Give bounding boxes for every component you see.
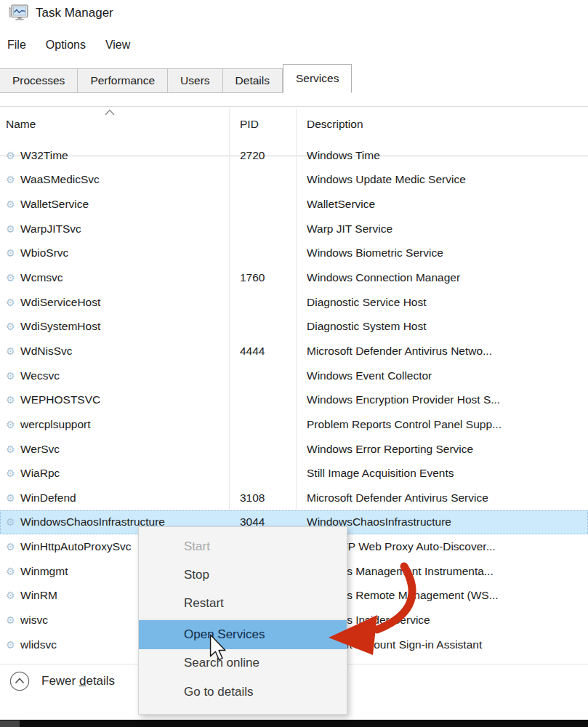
table-row-WalletService[interactable]: ⚙ WalletService WalletService xyxy=(0,192,588,217)
table-row-Wcmsvc[interactable]: ⚙ Wcmsvc 1760 Windows Connection Manager xyxy=(0,265,588,290)
service-description: Diagnostic Service Host xyxy=(307,296,588,309)
table-row-WdiServiceHost[interactable]: ⚙ WdiServiceHost Diagnostic Service Host xyxy=(0,290,588,315)
service-description: Warp JIT Service xyxy=(307,222,588,236)
service-gear-icon: ⚙ xyxy=(6,297,20,308)
table-row-WarpJITSvc[interactable]: ⚙ WarpJITSvc Warp JIT Service xyxy=(0,217,588,241)
service-description: WalletService xyxy=(307,198,588,211)
service-description: Windows Remote Management (WS... xyxy=(307,589,588,602)
table-row-WaaSMedicSvc[interactable]: ⚙ WaaSMedicSvc Windows Update Medic Serv… xyxy=(0,168,588,193)
table-row-Wecsvc[interactable]: ⚙ Wecsvc Windows Event Collector xyxy=(0,364,588,388)
service-gear-icon: ⚙ xyxy=(6,493,20,503)
service-name: WdNisSvc xyxy=(20,345,240,358)
menu-item-go-to-details[interactable]: Go to details xyxy=(139,678,347,706)
title-bar: Task Manager xyxy=(9,4,113,22)
column-header-pid[interactable]: PID xyxy=(240,118,259,131)
taskbar-segment xyxy=(0,720,20,727)
service-name: wercplsupport xyxy=(20,418,240,431)
table-row-wercplsupport[interactable]: ⚙ wercplsupport Problem Reports Control … xyxy=(0,412,588,437)
service-gear-icon: ⚙ xyxy=(6,615,20,625)
service-name: Wcmsvc xyxy=(20,271,240,284)
tab-processes[interactable]: Processes xyxy=(0,68,78,93)
service-name: WerSvc xyxy=(20,443,240,456)
menu-view[interactable]: View xyxy=(105,39,130,52)
table-row-WdNisSvc[interactable]: ⚙ WdNisSvc 4444 Microsoft Defender Antiv… xyxy=(0,339,588,364)
table-row-W32Time[interactable]: ⚙ W32Time 2720 Windows Time xyxy=(0,143,588,168)
service-description: Problem Reports Control Panel Supp... xyxy=(307,418,588,431)
menu-item-open-services[interactable]: Open Services xyxy=(139,620,347,648)
table-row-WEPHOSTSVC[interactable]: ⚙ WEPHOSTSVC Windows Encryption Provider… xyxy=(0,387,588,412)
details-toggle[interactable]: Fewer details xyxy=(9,670,115,692)
menu-file[interactable]: File xyxy=(7,39,26,52)
service-name: W32Time xyxy=(20,149,240,162)
service-description: Windows Management Instrumenta... xyxy=(307,565,588,578)
service-gear-icon: ⚙ xyxy=(6,248,20,258)
service-pid: 3108 xyxy=(240,491,307,505)
window-title: Task Manager xyxy=(36,6,113,20)
service-description: Windows Biometric Service xyxy=(307,246,588,260)
table-row-WerSvc[interactable]: ⚙ WerSvc Windows Error Reporting Service xyxy=(0,437,588,462)
service-name: Wecsvc xyxy=(20,369,240,382)
service-gear-icon: ⚙ xyxy=(6,224,20,234)
table-row-WiaRpc[interactable]: ⚙ WiaRpc Still Image Acquisition Events xyxy=(0,461,588,486)
service-description: Windows Connection Manager xyxy=(307,271,588,284)
menu-bar: File Options View xyxy=(7,39,130,52)
tab-services[interactable]: Services xyxy=(283,64,352,93)
chevron-up-circle-icon xyxy=(9,670,31,692)
menu-item-start[interactable]: Start xyxy=(139,532,347,561)
service-gear-icon: ⚙ xyxy=(6,150,20,161)
service-name: WbioSrvc xyxy=(20,246,240,260)
service-gear-icon: ⚙ xyxy=(6,395,20,405)
service-gear-icon: ⚙ xyxy=(6,199,20,209)
table-row-WbioSrvc[interactable]: ⚙ WbioSrvc Windows Biometric Service xyxy=(0,241,588,266)
service-description: Windows Error Reporting Service xyxy=(307,443,588,456)
table-row-WinDefend[interactable]: ⚙ WinDefend 3108 Microsoft Defender Anti… xyxy=(0,486,588,510)
column-header-description[interactable]: Description xyxy=(307,118,363,131)
column-header-name[interactable]: Name xyxy=(6,118,36,131)
service-gear-icon: ⚙ xyxy=(6,640,20,650)
service-gear-icon: ⚙ xyxy=(6,174,20,185)
tab-users[interactable]: Users xyxy=(168,68,222,93)
service-gear-icon: ⚙ xyxy=(6,346,20,356)
menu-item-restart[interactable]: Restart xyxy=(139,590,347,618)
menu-separator xyxy=(140,619,345,619)
service-description: Microsoft Defender Antivirus Service xyxy=(307,491,588,505)
service-name: WaaSMedicSvc xyxy=(20,173,240,186)
service-description: WindowsChaosInfrastructure xyxy=(307,515,588,529)
service-name: WinDefend xyxy=(20,491,240,505)
service-gear-icon: ⚙ xyxy=(6,590,20,601)
table-row-WdiSystemHost[interactable]: ⚙ WdiSystemHost Diagnostic System Host xyxy=(0,314,588,339)
service-name: WEPHOSTSVC xyxy=(20,393,240,406)
service-name: WdiServiceHost xyxy=(20,296,240,309)
service-description: Diagnostic System Host xyxy=(307,320,588,333)
service-name: WarpJITSvc xyxy=(20,222,240,236)
service-gear-icon: ⚙ xyxy=(6,566,20,577)
service-gear-icon: ⚙ xyxy=(6,542,20,552)
tab-performance[interactable]: Performance xyxy=(78,68,168,93)
task-manager-icon xyxy=(9,4,28,22)
service-description: Windows Time xyxy=(307,149,588,162)
service-description: Windows Event Collector xyxy=(307,369,588,382)
menu-item-search-online[interactable]: Search online xyxy=(139,649,347,678)
service-name: WdiSystemHost xyxy=(20,320,240,333)
menu-options[interactable]: Options xyxy=(46,39,86,52)
service-pid: 4444 xyxy=(240,345,307,358)
service-description: Windows Update Medic Service xyxy=(307,173,588,186)
tab-strip: ProcessesPerformanceUsersDetailsServices xyxy=(0,64,588,93)
tab-details[interactable]: Details xyxy=(223,68,283,93)
service-description: WinHTTP Web Proxy Auto-Discover... xyxy=(307,540,588,553)
service-gear-icon: ⚙ xyxy=(6,468,20,478)
service-name: WalletService xyxy=(20,198,240,211)
taskbar-edge xyxy=(0,720,588,727)
service-pid: 2720 xyxy=(240,149,307,162)
menu-item-stop[interactable]: Stop xyxy=(139,561,347,589)
context-menu: StartStopRestartOpen ServicesSearch onli… xyxy=(138,526,347,715)
sort-ascending-icon xyxy=(105,109,115,116)
service-pid: 1760 xyxy=(240,271,307,284)
fewer-details-label: Fewer details xyxy=(41,674,115,688)
service-gear-icon: ⚙ xyxy=(6,444,20,454)
service-gear-icon: ⚙ xyxy=(6,419,20,430)
service-gear-icon: ⚙ xyxy=(6,273,20,283)
service-description: Microsoft Defender Antivirus Netwo... xyxy=(307,345,588,358)
table-header: Name PID Description xyxy=(0,107,588,138)
service-description: Microsoft Account Sign-in Assistant xyxy=(307,638,588,651)
